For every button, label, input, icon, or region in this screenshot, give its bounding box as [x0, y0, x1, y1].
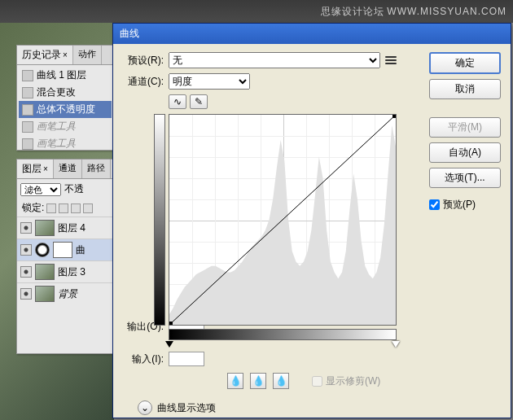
- tab-channels[interactable]: 通道: [54, 160, 82, 178]
- clip-checkbox: [312, 376, 322, 387]
- preset-menu-icon[interactable]: [385, 55, 397, 66]
- dialog-title: 曲线: [120, 27, 139, 41]
- tab-actions[interactable]: 动作: [73, 46, 102, 64]
- layer-name[interactable]: 曲: [76, 243, 86, 257]
- channel-label: 通道(C):: [121, 75, 164, 89]
- history-tabs: 历史记录× 动作: [17, 46, 113, 65]
- history-step-icon: [22, 87, 33, 98]
- layer-row[interactable]: 背景: [17, 282, 113, 304]
- layers-tabs: 图层× 通道 路径: [17, 160, 113, 179]
- lock-all-icon[interactable]: [83, 203, 93, 213]
- preset-select[interactable]: 无: [169, 52, 380, 68]
- auto-button[interactable]: 自动(A): [429, 142, 501, 163]
- layer-row-active[interactable]: 曲: [17, 238, 113, 260]
- svg-rect-2: [392, 115, 396, 118]
- layer-row[interactable]: 图层 4: [17, 217, 113, 238]
- cancel-button[interactable]: 取消: [429, 79, 501, 99]
- close-icon[interactable]: ×: [43, 164, 48, 173]
- history-step-icon: [22, 104, 33, 116]
- curve-line[interactable]: [169, 115, 396, 325]
- history-item[interactable]: 画笔工具: [19, 135, 112, 152]
- tab-history[interactable]: 历史记录×: [17, 46, 73, 64]
- layer-thumbnail[interactable]: [35, 220, 55, 236]
- layer-thumbnail[interactable]: [35, 264, 55, 280]
- history-item[interactable]: 曲线 1 图层: [19, 67, 112, 84]
- top-strip: 思缘设计论坛 WWW.MISSYUAN.COM: [0, 0, 513, 23]
- adjustment-icon[interactable]: [35, 243, 50, 257]
- layer-thumbnail[interactable]: [35, 286, 55, 302]
- lock-transparent-icon[interactable]: [46, 203, 56, 213]
- tab-paths[interactable]: 路径: [82, 160, 111, 178]
- svg-rect-1: [169, 322, 173, 325]
- smooth-button: 平滑(M): [429, 117, 501, 138]
- options-button[interactable]: 选项(T)...: [429, 168, 501, 188]
- lock-position-icon[interactable]: [71, 203, 81, 213]
- output-gradient: [154, 114, 165, 326]
- input-value[interactable]: [169, 352, 204, 366]
- preview-checkbox[interactable]: [429, 199, 440, 210]
- history-list: 曲线 1 图层 混合更改 总体不透明度 画笔工具 画笔工具: [17, 65, 113, 154]
- visibility-icon[interactable]: [20, 288, 32, 300]
- layer-name[interactable]: 图层 4: [58, 221, 86, 235]
- opacity-label: 不透: [64, 182, 84, 196]
- layers-panel: 图层× 通道 路径 滤色 不透 锁定: 图层 4 曲 图层 3 背景: [16, 159, 114, 354]
- history-item[interactable]: 混合更改: [19, 84, 112, 101]
- curve-pencil-tool[interactable]: ✎: [190, 94, 208, 109]
- ok-button[interactable]: 确定: [429, 52, 501, 74]
- curve-point-tool[interactable]: ∿: [169, 94, 186, 109]
- curve-graph[interactable]: [169, 114, 397, 326]
- curves-dialog: 曲线 预设(R): 无 通道(C): 明度 ∿ ✎: [112, 23, 511, 418]
- close-icon[interactable]: ×: [63, 50, 68, 59]
- blend-mode-select[interactable]: 滤色: [20, 183, 61, 196]
- input-gradient[interactable]: [169, 329, 397, 340]
- lock-pixels-icon[interactable]: [59, 203, 68, 213]
- layer-row[interactable]: 图层 3: [17, 260, 113, 282]
- brush-icon: [22, 121, 33, 133]
- lock-row: 锁定:: [17, 199, 113, 217]
- dialog-titlebar[interactable]: 曲线: [113, 24, 511, 44]
- mask-thumbnail[interactable]: [53, 242, 72, 258]
- white-point-slider[interactable]: [392, 341, 400, 348]
- show-clipping-check[interactable]: 显示修剪(W): [312, 374, 380, 388]
- history-item-selected[interactable]: 总体不透明度: [19, 101, 112, 118]
- black-eyedropper[interactable]: 💧: [227, 373, 243, 389]
- input-label: 输入(I):: [121, 352, 164, 366]
- black-point-slider[interactable]: [165, 341, 173, 348]
- history-step-icon: [22, 70, 33, 81]
- layer-name[interactable]: 图层 3: [58, 265, 86, 279]
- watermark: 思缘设计论坛 WWW.MISSYUAN.COM: [321, 5, 506, 19]
- expand-options-button[interactable]: ⌄: [138, 400, 152, 415]
- visibility-icon[interactable]: [20, 266, 32, 278]
- gray-eyedropper[interactable]: 💧: [250, 373, 266, 389]
- expand-options-label: 曲线显示选项: [157, 401, 216, 415]
- layer-name[interactable]: 背景: [58, 287, 77, 301]
- svg-line-0: [169, 115, 396, 325]
- history-panel: 历史记录× 动作 曲线 1 图层 混合更改 总体不透明度 画笔工具 画笔工具: [16, 45, 114, 151]
- tab-layers[interactable]: 图层×: [17, 160, 54, 178]
- brush-icon: [22, 138, 33, 150]
- white-eyedropper[interactable]: 💧: [273, 373, 289, 389]
- preset-label: 预设(R):: [121, 54, 164, 68]
- blend-mode-row: 滤色 不透: [17, 179, 113, 199]
- history-item[interactable]: 画笔工具: [19, 118, 112, 135]
- channel-select[interactable]: 明度: [169, 73, 250, 90]
- visibility-icon[interactable]: [20, 244, 32, 256]
- visibility-icon[interactable]: [20, 222, 32, 234]
- preview-check[interactable]: 预览(P): [429, 198, 502, 212]
